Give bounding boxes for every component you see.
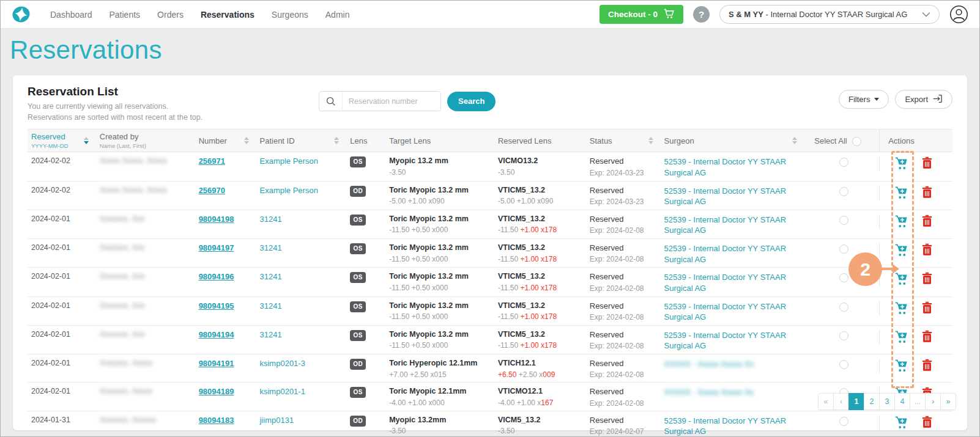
surgeon-link[interactable]: 52539 - Internal Doctor YY STAAR Surgica… (664, 157, 786, 177)
patient-id-link[interactable]: jiimp0131 (259, 416, 350, 425)
add-to-cart-icon[interactable] (894, 359, 908, 373)
surgeon-link[interactable]: 52539 - Internal Doctor YY STAAR Surgica… (664, 244, 786, 264)
row-select-radio[interactable] (839, 216, 848, 225)
sort-icon (648, 137, 653, 144)
surgeon-link[interactable]: XXXXX - Xxxxx Xxxxx Xx (664, 359, 754, 369)
pagination-button-»[interactable]: » (940, 393, 956, 410)
nav-item-dashboard[interactable]: Dashboard (50, 10, 92, 20)
add-to-cart-icon[interactable] (894, 186, 908, 200)
row-select-radio[interactable] (839, 331, 848, 340)
row-select-radio[interactable] (839, 303, 848, 312)
surgeon-link[interactable]: XXXXX - Xxxxx Xxxxx Xx (664, 387, 754, 397)
user-profile-icon[interactable] (949, 5, 968, 24)
patient-id-link[interactable]: Example Person (259, 186, 350, 196)
surgeon-link[interactable]: 52539 - Internal Doctor YY STAAR Surgica… (664, 302, 786, 322)
pagination-button-«[interactable]: « (818, 393, 834, 410)
reservation-number-link[interactable]: 98094189 (199, 387, 234, 396)
help-icon[interactable]: ? (693, 6, 710, 23)
add-to-cart-icon[interactable] (894, 330, 908, 344)
row-select-radio[interactable] (839, 417, 848, 426)
delete-icon[interactable] (921, 416, 933, 428)
reservation-number-link[interactable]: 98094191 (199, 359, 234, 368)
export-button[interactable]: Export (895, 90, 952, 109)
pagination-button-3[interactable]: 3 (879, 393, 895, 410)
delete-icon[interactable] (921, 215, 933, 227)
delete-icon[interactable] (921, 156, 933, 169)
reservation-list-panel: Reservation List You are currently viewi… (13, 75, 967, 430)
patient-id-link[interactable]: Example Person (259, 156, 350, 166)
nav-item-patients[interactable]: Patients (110, 10, 141, 20)
status-expiry: Exp: 2024-03-23 (590, 197, 664, 207)
pagination-button-‹[interactable]: ‹ (833, 393, 849, 410)
header-surgeon[interactable]: Surgeon (664, 136, 809, 145)
delete-icon[interactable] (921, 359, 933, 372)
nav-item-orders[interactable]: Orders (157, 10, 184, 20)
add-to-cart-icon[interactable] (894, 243, 908, 257)
surgeon-link[interactable]: 52539 - Internal Doctor YY STAAR Surgica… (664, 215, 786, 235)
delete-icon[interactable] (921, 330, 933, 343)
pagination-button-›[interactable]: › (925, 393, 941, 410)
delete-icon[interactable] (921, 186, 933, 199)
patient-id-link[interactable]: 31241 (259, 215, 350, 224)
pagination-button-4[interactable]: 4 (894, 393, 910, 410)
patient-id-link[interactable]: 31241 (259, 301, 350, 311)
nav-item-admin[interactable]: Admin (325, 10, 350, 20)
nav-item-surgeons[interactable]: Surgeons (272, 10, 308, 20)
patient-id-link[interactable]: 31241 (259, 330, 350, 340)
nav-item-reservations[interactable]: Reservations (201, 10, 254, 20)
surgeon-link[interactable]: 52539 - Internal Doctor YY STAAR Surgica… (664, 186, 786, 207)
target-lens-name: Toric Myopic 13.2 mm (389, 215, 498, 224)
surgeon-link[interactable]: 52539 - Internal Doctor YY STAAR Surgica… (664, 273, 786, 293)
delete-icon[interactable] (921, 301, 933, 314)
row-select-radio[interactable] (839, 244, 848, 254)
reservation-number-link[interactable]: 256970 (199, 186, 225, 195)
reserved-lens-rx: -3.50 (498, 427, 590, 436)
reservation-number-link[interactable]: 98094183 (199, 416, 234, 425)
filters-button[interactable]: Filters (839, 90, 889, 109)
search-input[interactable] (343, 92, 440, 111)
add-to-cart-icon[interactable] (894, 272, 908, 286)
pagination-button-1[interactable]: 1 (848, 393, 864, 410)
patient-id-link[interactable]: ksimp0201-1 (259, 387, 350, 397)
select-all-radio[interactable] (852, 137, 861, 146)
surgeon-link[interactable]: 52539 - Internal Doctor YY STAAR Surgica… (664, 416, 786, 436)
reservation-number-link[interactable]: 256971 (199, 156, 225, 166)
account-selector[interactable]: S & M YY - Internal Doctor YY STAAR Surg… (719, 5, 940, 24)
target-lens-name: Myopic 13.2 mm (389, 156, 498, 166)
patient-id-link[interactable]: 31241 (259, 243, 350, 253)
surgeon-link[interactable]: 52539 - Internal Doctor YY STAAR Surgica… (664, 331, 786, 351)
lens-eye-badge: OD (350, 186, 366, 197)
patient-id-link[interactable]: ksimp0201-3 (259, 359, 350, 369)
status-text: Reserved (590, 186, 664, 196)
add-to-cart-icon[interactable] (894, 156, 908, 171)
row-select-radio[interactable] (839, 360, 848, 369)
reservation-number-link[interactable]: 98094194 (199, 330, 234, 339)
reservation-number-link[interactable]: 98094198 (199, 215, 234, 224)
created-by-name: Xxxxxxx, Xxxxx (100, 359, 152, 367)
add-to-cart-icon[interactable] (894, 215, 908, 229)
reservation-number-link[interactable]: 98094197 (199, 243, 234, 252)
add-to-cart-icon[interactable] (894, 416, 908, 430)
app-window: DashboardPatientsOrdersReservationsSurge… (0, 0, 980, 437)
header-number[interactable]: Number (199, 136, 260, 145)
search-button[interactable]: Search (447, 92, 496, 111)
header-reserved[interactable]: ReservedYYYY-MM-DD (28, 132, 100, 149)
delete-icon[interactable] (921, 272, 933, 285)
checkout-button[interactable]: Checkout - 0 (600, 5, 683, 24)
patient-id-link[interactable]: 31241 (259, 272, 350, 282)
row-select-radio[interactable] (839, 187, 848, 196)
delete-icon[interactable] (921, 243, 933, 256)
reservation-number-link[interactable]: 98094195 (199, 301, 234, 310)
header-status[interactable]: Status (590, 136, 664, 145)
status-text: Reserved (590, 359, 664, 369)
reserved-lens-rx: -3.50 (498, 168, 590, 177)
pagination-button-2[interactable]: 2 (864, 393, 880, 410)
row-select-radio[interactable] (839, 273, 848, 282)
created-by-name: Xxxxxxx, Xxx (100, 215, 145, 223)
reservation-number-link[interactable]: 98094196 (199, 272, 234, 281)
header-patient-id[interactable]: Patient ID (260, 136, 351, 145)
staar-logo-icon[interactable] (12, 5, 31, 24)
pagination-button-...[interactable]: ... (910, 393, 926, 410)
row-select-radio[interactable] (839, 158, 848, 167)
add-to-cart-icon[interactable] (894, 301, 908, 315)
